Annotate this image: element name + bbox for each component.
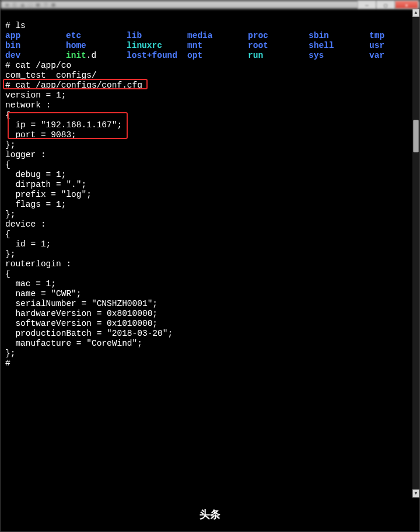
dir-dev: dev (5, 51, 66, 61)
cfg-swver: softwareVersion = 0x1010000; (5, 319, 158, 328)
dir-mnt: mnt (187, 41, 248, 51)
cfg-mac: mac = 1; (5, 279, 56, 288)
cfg-network: network : (5, 100, 51, 110)
footer-bar: 头条 (1, 498, 419, 531)
window-titlebar[interactable] (1, 1, 419, 9)
dir-app: app (5, 31, 66, 41)
dir-root: root (248, 41, 309, 51)
dir-lostfound: lost+found (127, 51, 187, 61)
cfg-hwver: hardwareVersion = 0x8010000; (5, 309, 158, 318)
dot-d-text: .d (86, 51, 96, 61)
dir-bin: bin (5, 41, 66, 51)
link-linuxrc: linuxrc (127, 41, 187, 51)
line-completions: com_test configs/ (5, 71, 97, 80)
cfg-port: port = 9083; (5, 130, 76, 140)
cfg-brace-open-3: { (5, 230, 10, 239)
cfg-logger: logger : (5, 150, 46, 159)
cfg-manufacture: manufacture = "CoreWind"; (5, 339, 142, 348)
line-cat-cfg: # cat /app/configs/conf.cfg (5, 81, 142, 90)
maximize-button[interactable]: ▢ (376, 1, 395, 9)
prompt-ls: # ls (5, 21, 26, 30)
close-button[interactable]: ✕ (395, 1, 418, 9)
cfg-brace-close-4: }; (5, 349, 15, 358)
dir-media: media (187, 31, 248, 41)
cfg-brace-open-1: { (5, 110, 10, 120)
terminal-window: ● C ▲ □ ■ ? ■ — ▢ ✕ # ls appetclibmediap… (0, 0, 420, 532)
cfg-brace-close-2: }; (5, 210, 15, 219)
cfg-routerlogin: routerlogin : (5, 259, 71, 269)
cfg-dirpath: dirpath = "."; (5, 180, 86, 189)
scroll-up-button[interactable]: ▲ (412, 9, 419, 17)
cfg-prefix: prefix = "log"; (5, 190, 92, 199)
dir-shell: shell (309, 41, 369, 51)
cfg-brace-close-1: }; (5, 140, 15, 149)
dir-opt: opt (187, 51, 248, 61)
titlebar-blurred-icons: ● C ▲ □ ■ ? ■ (5, 1, 55, 11)
dir-home: home (66, 41, 127, 51)
window-control-buttons: — ▢ ✕ (358, 1, 418, 9)
scrollbar-vertical[interactable]: ▲ ▼ (412, 9, 419, 498)
ls-row-1: appetclibmediaprocsbintmp (5, 31, 410, 41)
scroll-thumb[interactable] (413, 120, 419, 152)
prompt-end: # (5, 359, 10, 368)
cfg-ip: ip = "192.168.1.167"; (5, 120, 122, 130)
cfg-id: id = 1; (5, 239, 51, 249)
cfg-brace-open-2: { (5, 160, 10, 169)
cfg-device: device : (5, 220, 46, 229)
cfg-serial: serialNumber = "CNSHZH0001"; (5, 299, 158, 308)
cfg-version: version = 1; (5, 91, 66, 100)
cfg-flags: flags = 1; (5, 200, 66, 209)
dir-sys: sys (309, 51, 369, 61)
init-text: init (66, 51, 86, 61)
ls-row-3: devinit.dlost+foundoptrunsysvar (5, 51, 410, 61)
cfg-brace-close-3: }; (5, 249, 15, 259)
dir-proc: proc (248, 31, 309, 41)
ls-row-2: binhomelinuxrcmntrootshellusr (5, 41, 410, 51)
minimize-button[interactable]: — (358, 1, 376, 9)
cfg-batch: productionBatch = "2018-03-20"; (5, 329, 173, 338)
file-init-d: init.d (66, 51, 127, 61)
terminal-output[interactable]: # ls appetclibmediaprocsbintmp binhomeli… (3, 10, 412, 498)
cfg-brace-open-4: { (5, 269, 10, 279)
link-run: run (248, 51, 309, 61)
cfg-name: name = "CWR"; (5, 289, 82, 298)
line-cat-co: # cat /app/co (5, 61, 71, 70)
footer-label: 头条 (200, 510, 220, 520)
scroll-down-button[interactable]: ▼ (412, 489, 419, 498)
cfg-debug: debug = 1; (5, 170, 66, 179)
dir-sbin: sbin (309, 31, 369, 41)
dir-etc: etc (66, 31, 127, 41)
dir-lib: lib (127, 31, 187, 41)
